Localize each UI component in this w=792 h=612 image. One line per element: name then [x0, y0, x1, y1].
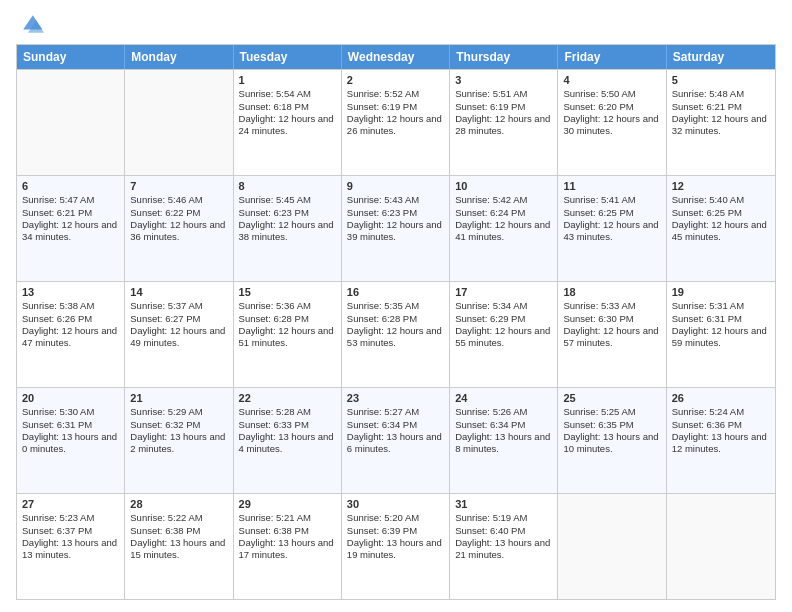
day-number: 21 — [130, 391, 227, 405]
calendar-week-row: 20Sunrise: 5:30 AM Sunset: 6:31 PM Dayli… — [17, 387, 775, 493]
calendar-cell-empty — [17, 70, 125, 175]
calendar-cell: 25Sunrise: 5:25 AM Sunset: 6:35 PM Dayli… — [558, 388, 666, 493]
calendar-week-row: 1Sunrise: 5:54 AM Sunset: 6:18 PM Daylig… — [17, 69, 775, 175]
calendar-cell: 4Sunrise: 5:50 AM Sunset: 6:20 PM Daylig… — [558, 70, 666, 175]
day-info: Sunrise: 5:23 AM Sunset: 6:37 PM Dayligh… — [22, 512, 119, 561]
day-number: 12 — [672, 179, 770, 193]
day-number: 18 — [563, 285, 660, 299]
day-number: 29 — [239, 497, 336, 511]
calendar-week-row: 13Sunrise: 5:38 AM Sunset: 6:26 PM Dayli… — [17, 281, 775, 387]
calendar-cell: 14Sunrise: 5:37 AM Sunset: 6:27 PM Dayli… — [125, 282, 233, 387]
calendar-cell: 24Sunrise: 5:26 AM Sunset: 6:34 PM Dayli… — [450, 388, 558, 493]
day-info: Sunrise: 5:42 AM Sunset: 6:24 PM Dayligh… — [455, 194, 552, 243]
day-info: Sunrise: 5:20 AM Sunset: 6:39 PM Dayligh… — [347, 512, 444, 561]
calendar-cell: 12Sunrise: 5:40 AM Sunset: 6:25 PM Dayli… — [667, 176, 775, 281]
day-number: 16 — [347, 285, 444, 299]
calendar-cell: 6Sunrise: 5:47 AM Sunset: 6:21 PM Daylig… — [17, 176, 125, 281]
calendar-cell: 18Sunrise: 5:33 AM Sunset: 6:30 PM Dayli… — [558, 282, 666, 387]
day-info: Sunrise: 5:30 AM Sunset: 6:31 PM Dayligh… — [22, 406, 119, 455]
day-number: 4 — [563, 73, 660, 87]
calendar-cell: 17Sunrise: 5:34 AM Sunset: 6:29 PM Dayli… — [450, 282, 558, 387]
page: Sunday Monday Tuesday Wednesday Thursday… — [0, 0, 792, 612]
day-number: 23 — [347, 391, 444, 405]
header-tuesday: Tuesday — [234, 45, 342, 69]
day-info: Sunrise: 5:19 AM Sunset: 6:40 PM Dayligh… — [455, 512, 552, 561]
calendar-cell: 20Sunrise: 5:30 AM Sunset: 6:31 PM Dayli… — [17, 388, 125, 493]
day-number: 25 — [563, 391, 660, 405]
day-number: 8 — [239, 179, 336, 193]
day-number: 20 — [22, 391, 119, 405]
day-number: 3 — [455, 73, 552, 87]
calendar-cell: 1Sunrise: 5:54 AM Sunset: 6:18 PM Daylig… — [234, 70, 342, 175]
day-number: 27 — [22, 497, 119, 511]
calendar-cell: 28Sunrise: 5:22 AM Sunset: 6:38 PM Dayli… — [125, 494, 233, 599]
header-thursday: Thursday — [450, 45, 558, 69]
header-wednesday: Wednesday — [342, 45, 450, 69]
day-number: 6 — [22, 179, 119, 193]
header-friday: Friday — [558, 45, 666, 69]
calendar-cell: 31Sunrise: 5:19 AM Sunset: 6:40 PM Dayli… — [450, 494, 558, 599]
day-info: Sunrise: 5:45 AM Sunset: 6:23 PM Dayligh… — [239, 194, 336, 243]
calendar-cell: 9Sunrise: 5:43 AM Sunset: 6:23 PM Daylig… — [342, 176, 450, 281]
calendar-cell: 8Sunrise: 5:45 AM Sunset: 6:23 PM Daylig… — [234, 176, 342, 281]
day-info: Sunrise: 5:47 AM Sunset: 6:21 PM Dayligh… — [22, 194, 119, 243]
day-number: 13 — [22, 285, 119, 299]
calendar-cell: 22Sunrise: 5:28 AM Sunset: 6:33 PM Dayli… — [234, 388, 342, 493]
calendar-week-row: 6Sunrise: 5:47 AM Sunset: 6:21 PM Daylig… — [17, 175, 775, 281]
day-info: Sunrise: 5:26 AM Sunset: 6:34 PM Dayligh… — [455, 406, 552, 455]
calendar-cell: 19Sunrise: 5:31 AM Sunset: 6:31 PM Dayli… — [667, 282, 775, 387]
day-number: 15 — [239, 285, 336, 299]
day-number: 24 — [455, 391, 552, 405]
calendar-header-row: Sunday Monday Tuesday Wednesday Thursday… — [17, 45, 775, 69]
calendar-cell: 11Sunrise: 5:41 AM Sunset: 6:25 PM Dayli… — [558, 176, 666, 281]
day-info: Sunrise: 5:28 AM Sunset: 6:33 PM Dayligh… — [239, 406, 336, 455]
day-number: 1 — [239, 73, 336, 87]
day-info: Sunrise: 5:25 AM Sunset: 6:35 PM Dayligh… — [563, 406, 660, 455]
day-info: Sunrise: 5:50 AM Sunset: 6:20 PM Dayligh… — [563, 88, 660, 137]
calendar-cell: 21Sunrise: 5:29 AM Sunset: 6:32 PM Dayli… — [125, 388, 233, 493]
day-number: 19 — [672, 285, 770, 299]
day-info: Sunrise: 5:51 AM Sunset: 6:19 PM Dayligh… — [455, 88, 552, 137]
day-info: Sunrise: 5:38 AM Sunset: 6:26 PM Dayligh… — [22, 300, 119, 349]
calendar-cell: 13Sunrise: 5:38 AM Sunset: 6:26 PM Dayli… — [17, 282, 125, 387]
day-number: 30 — [347, 497, 444, 511]
day-number: 10 — [455, 179, 552, 193]
day-number: 11 — [563, 179, 660, 193]
day-info: Sunrise: 5:29 AM Sunset: 6:32 PM Dayligh… — [130, 406, 227, 455]
calendar-cell: 3Sunrise: 5:51 AM Sunset: 6:19 PM Daylig… — [450, 70, 558, 175]
calendar: Sunday Monday Tuesday Wednesday Thursday… — [16, 44, 776, 600]
calendar-cell: 5Sunrise: 5:48 AM Sunset: 6:21 PM Daylig… — [667, 70, 775, 175]
day-info: Sunrise: 5:22 AM Sunset: 6:38 PM Dayligh… — [130, 512, 227, 561]
day-number: 28 — [130, 497, 227, 511]
day-info: Sunrise: 5:40 AM Sunset: 6:25 PM Dayligh… — [672, 194, 770, 243]
logo-icon — [20, 12, 44, 36]
day-number: 17 — [455, 285, 552, 299]
day-info: Sunrise: 5:33 AM Sunset: 6:30 PM Dayligh… — [563, 300, 660, 349]
calendar-cell: 26Sunrise: 5:24 AM Sunset: 6:36 PM Dayli… — [667, 388, 775, 493]
calendar-cell: 10Sunrise: 5:42 AM Sunset: 6:24 PM Dayli… — [450, 176, 558, 281]
day-info: Sunrise: 5:35 AM Sunset: 6:28 PM Dayligh… — [347, 300, 444, 349]
day-info: Sunrise: 5:54 AM Sunset: 6:18 PM Dayligh… — [239, 88, 336, 137]
day-number: 14 — [130, 285, 227, 299]
calendar-cell: 27Sunrise: 5:23 AM Sunset: 6:37 PM Dayli… — [17, 494, 125, 599]
calendar-cell: 23Sunrise: 5:27 AM Sunset: 6:34 PM Dayli… — [342, 388, 450, 493]
day-number: 5 — [672, 73, 770, 87]
header-monday: Monday — [125, 45, 233, 69]
calendar-cell: 30Sunrise: 5:20 AM Sunset: 6:39 PM Dayli… — [342, 494, 450, 599]
day-number: 31 — [455, 497, 552, 511]
day-number: 7 — [130, 179, 227, 193]
calendar-week-row: 27Sunrise: 5:23 AM Sunset: 6:37 PM Dayli… — [17, 493, 775, 599]
header-saturday: Saturday — [667, 45, 775, 69]
day-info: Sunrise: 5:21 AM Sunset: 6:38 PM Dayligh… — [239, 512, 336, 561]
calendar-cell: 7Sunrise: 5:46 AM Sunset: 6:22 PM Daylig… — [125, 176, 233, 281]
day-info: Sunrise: 5:52 AM Sunset: 6:19 PM Dayligh… — [347, 88, 444, 137]
calendar-cell-empty — [667, 494, 775, 599]
day-info: Sunrise: 5:34 AM Sunset: 6:29 PM Dayligh… — [455, 300, 552, 349]
day-info: Sunrise: 5:24 AM Sunset: 6:36 PM Dayligh… — [672, 406, 770, 455]
header — [16, 12, 776, 36]
day-info: Sunrise: 5:27 AM Sunset: 6:34 PM Dayligh… — [347, 406, 444, 455]
header-sunday: Sunday — [17, 45, 125, 69]
calendar-cell: 15Sunrise: 5:36 AM Sunset: 6:28 PM Dayli… — [234, 282, 342, 387]
day-number: 26 — [672, 391, 770, 405]
day-info: Sunrise: 5:46 AM Sunset: 6:22 PM Dayligh… — [130, 194, 227, 243]
